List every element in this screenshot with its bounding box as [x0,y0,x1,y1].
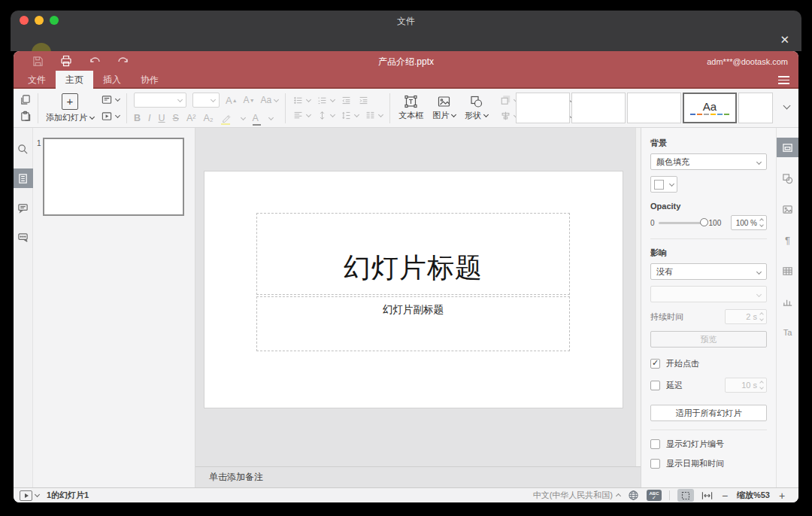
horizontal-align-button[interactable] [292,111,311,120]
zoom-in-button[interactable]: + [777,490,786,502]
opacity-slider[interactable] [659,222,705,224]
start-on-click-checkbox[interactable] [650,359,660,369]
paragraph-settings-icon[interactable]: ¶ [777,230,799,250]
change-case-button[interactable]: Aa [261,95,279,105]
tab-file[interactable]: 文件 [18,71,56,89]
effect-select[interactable]: 没有 [650,263,767,280]
bold-button[interactable]: B [134,113,141,123]
paste-icon[interactable] [20,111,31,122]
preview-button[interactable]: 预览 [650,331,767,348]
notes-placeholder: 单击添加备注 [209,471,263,484]
font-size-select[interactable] [192,93,220,108]
copy-icon[interactable] [20,94,31,105]
text-art-settings-icon[interactable]: Ta [777,323,799,342]
show-slide-number-label: 显示幻灯片编号 [666,439,724,450]
insert-textbox-button[interactable]: 文本框 [398,95,423,121]
columns-button[interactable] [365,111,383,120]
theme-option[interactable] [571,93,626,123]
effect-option-select[interactable] [650,286,767,302]
fit-to-slide-icon[interactable] [677,489,694,502]
language-selector[interactable]: 中文(中华人民共和国) [533,490,620,501]
strikethrough-button[interactable]: S [173,113,179,123]
slides-panel-icon[interactable] [14,168,33,188]
theme-option-selected[interactable]: Aa [683,93,737,123]
increase-indent-button[interactable] [358,96,369,105]
header-quick-access: 产品介绍.pptx adm***@dootask.com [14,51,798,71]
subtitle-placeholder[interactable]: 幻灯片副标题 [256,296,570,351]
fit-to-width-icon[interactable] [701,491,713,500]
document-title: 产品介绍.pptx [14,51,798,71]
highlight-color-button[interactable] [221,114,231,123]
add-slide-button[interactable]: + 添加幻灯片 [42,93,98,123]
chevron-down-icon[interactable] [35,492,40,497]
show-date-time-checkbox[interactable] [650,459,660,469]
slide-title-text: 幻灯片标题 [344,250,483,287]
chart-settings-icon[interactable] [777,292,799,311]
background-label: 背景 [650,138,767,149]
gallery-expand-icon[interactable] [783,102,791,110]
apply-to-all-button[interactable]: 适用于所有幻灯片 [650,405,767,421]
chat-icon[interactable] [14,227,33,247]
decrease-font-button[interactable]: A▼ [244,95,255,105]
tab-home[interactable]: 主页 [56,71,93,89]
chevron-down-icon [89,114,95,119]
menu-icon[interactable] [778,76,789,87]
slide-thumbnail[interactable] [43,138,184,216]
font-color-button[interactable]: A [253,113,259,123]
opacity-spinbox[interactable]: 100 % [731,215,767,230]
numbered-list-button[interactable] [317,96,335,105]
font-name-select[interactable] [134,93,186,108]
theme-option[interactable] [516,93,570,123]
globe-icon[interactable] [628,490,639,501]
macos-chrome: 文件 ✕ [11,11,801,51]
image-settings-icon[interactable] [777,199,799,219]
slide-layout-button[interactable] [101,94,120,105]
show-slide-number-checkbox[interactable] [650,439,660,449]
superscript-button[interactable]: A² [186,113,196,123]
search-icon[interactable] [14,139,33,159]
delay-checkbox[interactable] [650,381,660,390]
slide-settings-icon[interactable] [777,138,799,157]
decrease-indent-button[interactable] [341,96,352,105]
fill-type-select[interactable]: 颜色填充 [650,153,767,170]
subscript-button[interactable]: A₂ [203,113,213,123]
window-title: 文件 [11,11,801,30]
italic-button[interactable]: I [148,113,150,123]
add-slide-label: 添加幻灯片 [46,112,87,123]
tab-collaboration[interactable]: 协作 [131,71,168,89]
canvas-scrollbar[interactable] [635,128,641,466]
line-spacing-button[interactable] [341,111,359,120]
delay-spinbox[interactable]: 10 s [725,378,767,393]
account-email[interactable]: adm***@dootask.com [707,51,788,71]
shape-settings-icon[interactable] [777,168,799,188]
notes-area[interactable]: 单击添加备注 [195,466,641,487]
tab-insert[interactable]: 插入 [93,71,131,89]
theme-option[interactable] [738,93,773,123]
spellcheck-icon[interactable]: ABC✓ [647,490,662,501]
slide-subtitle-text: 幻灯片副标题 [383,303,444,317]
insert-image-button[interactable]: 图片 [432,95,456,121]
comments-icon[interactable] [14,198,33,217]
insert-shape-button[interactable]: 形状 [465,95,488,121]
status-bar: 1的幻灯片1 中文(中华人民共和国) ABC✓ − [14,487,798,502]
increase-font-button[interactable]: A▲ [226,95,238,106]
theme-colorbar [690,114,729,116]
theme-option[interactable] [627,93,681,123]
chevron-down-icon [115,113,120,118]
play-slideshow-icon[interactable] [20,490,32,501]
slide[interactable]: 幻灯片标题 幻灯片副标题 [205,171,623,408]
bullet-list-button[interactable] [292,96,311,105]
fill-color-picker[interactable] [650,176,677,193]
vertical-align-button[interactable] [317,111,335,120]
duration-spinbox[interactable]: 2 s [725,309,767,324]
start-slideshow-button[interactable] [101,111,120,122]
close-icon[interactable]: ✕ [780,33,789,47]
opacity-max-label: 100 [709,219,722,227]
underline-button[interactable]: U [159,113,165,123]
slider-knob[interactable] [700,218,708,226]
title-placeholder[interactable]: 幻灯片标题 [256,213,570,295]
duration-label: 持续时间 [650,311,683,323]
table-settings-icon[interactable] [777,261,799,281]
zoom-out-button[interactable]: − [720,490,729,502]
effect-label: 影响 [650,247,767,259]
